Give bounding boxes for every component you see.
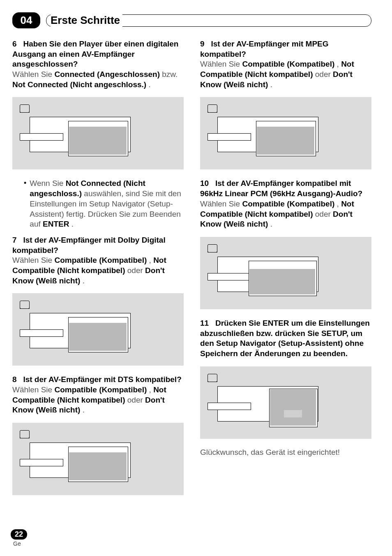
tab-box (208, 403, 251, 410)
step-question-text: Ist der AV-Empfänger mit Dolby Digital k… (12, 236, 166, 255)
step-question-text: Drücken Sie ENTER um die Einstellungen a… (200, 319, 370, 358)
step-8: 8 Ist der AV-Empfänger mit DTS kompatibe… (12, 375, 184, 415)
tv-icon (20, 104, 30, 113)
answer-bold: Compatible (Kompatibel) (242, 199, 334, 208)
tv-icon (20, 301, 30, 309)
popup-body (249, 269, 315, 294)
popup-body (69, 127, 127, 155)
answer-post: . (270, 80, 272, 89)
tv-icon (208, 244, 217, 253)
popup-body (69, 318, 127, 351)
step-11: 11 Drücken Sie ENTER um die Einstellunge… (200, 318, 371, 359)
step-question: 9 Ist der AV-Empfänger mit MPEG kompatib… (200, 39, 371, 59)
tab-box (208, 273, 251, 280)
step-question: 10 Ist der AV-Empfänger kompatibel mit 9… (200, 178, 371, 199)
answer-bold: Not Connected (Nicht angeschloss.) (12, 80, 146, 89)
page-footer: 22 Ge (11, 529, 27, 547)
ui-stack (20, 442, 176, 487)
step-answer: Wählen Sie Compatible (Kompatibel) , Not… (200, 199, 371, 229)
bullet-note: • Wenn Sie Not Connected (Nicht angeschl… (24, 178, 184, 229)
left-column: 6 Haben Sie den Player über einen digita… (12, 39, 184, 504)
step-number: 10 (200, 179, 209, 188)
step-number: 9 (200, 39, 205, 48)
bullet-text: Wenn Sie Not Connected (Nicht angeschlos… (30, 178, 184, 229)
answer-post: . (148, 80, 150, 89)
page-number: 22 (11, 529, 27, 540)
step-7: 7 Ist der AV-Empfänger mit Dolby Digital… (12, 235, 184, 286)
answer-pre: Wählen Sie (12, 256, 54, 264)
bullet-pre: Wenn Sie (30, 179, 65, 188)
tab-box (20, 459, 63, 466)
popup-selected (257, 122, 314, 127)
answer-mid: oder (315, 210, 333, 218)
chapter-title-bar: Erste Schritte (46, 14, 371, 27)
tv-icon (208, 374, 217, 382)
step-number: 11 (200, 319, 209, 327)
answer-bold: Connected (Angeschlossen) (54, 70, 160, 79)
step-question-text: Ist der AV-Empfänger mit MPEG kompatibel… (200, 39, 329, 58)
bullet-bold: ENTER (43, 220, 69, 228)
popup-selected (249, 264, 315, 269)
step-answer: Wählen Sie Compatible (Kompatibel) , Not… (12, 255, 184, 286)
tv-icon (20, 430, 30, 438)
screenshot-8 (12, 423, 184, 495)
ui-stack (20, 117, 176, 161)
step-number: 8 (12, 375, 17, 384)
chapter-title: Erste Schritte (51, 14, 122, 27)
answer-post: . (83, 276, 85, 285)
answer-mid: oder (315, 70, 333, 79)
ui-stack (208, 386, 364, 431)
answer-post: . (270, 220, 272, 228)
ui-stack (208, 117, 364, 161)
step-answer: Wählen Sie Compatible (Kompatibel) , Not… (12, 385, 184, 415)
answer-bold: Compatible (Kompatibel) (242, 60, 334, 68)
step-question-text: Ist der AV-Empfänger kompatibel mit 96kH… (200, 179, 362, 198)
step-answer: Wählen Sie Connected (Angeschlossen) bzw… (12, 70, 184, 90)
congrats-text: Glückwunsch, das Gerät ist eingerichtet! (200, 448, 371, 457)
step-question: 7 Ist der AV-Empfänger mit Dolby Digital… (12, 235, 184, 255)
page: 04 Erste Schritte 6 Haben Sie den Player… (0, 0, 392, 556)
step-number: 6 (12, 39, 17, 48)
answer-pre: Wählen Sie (12, 385, 54, 394)
popup-selected (69, 447, 127, 452)
step-question: 11 Drücken Sie ENTER um die Einstellunge… (200, 318, 371, 359)
answer-mid: bzw. (162, 70, 178, 79)
content-columns: 6 Haben Sie den Player über einen digita… (12, 39, 371, 504)
popup-body (270, 389, 316, 426)
popup-body (257, 122, 314, 155)
popup-button (284, 410, 302, 417)
tab-box (20, 133, 63, 141)
step-10: 10 Ist der AV-Empfänger kompatibel mit 9… (200, 178, 371, 229)
answer-pre: Wählen Sie (200, 199, 242, 208)
step-9: 9 Ist der AV-Empfänger mit MPEG kompatib… (200, 39, 371, 90)
answer-pre: Wählen Sie (200, 60, 242, 68)
answer-mid: , (337, 60, 341, 68)
screenshot-6 (12, 97, 184, 169)
answer-bold: Compatible (Kompatibel) (54, 385, 147, 394)
language-code: Ge (13, 540, 27, 547)
answer-mid: , (337, 199, 341, 208)
chapter-badge: 04 (12, 12, 40, 28)
popup-body (69, 447, 127, 480)
popup-selected (69, 122, 127, 127)
answer-mid: oder (127, 396, 145, 404)
screenshot-7 (12, 293, 184, 366)
ui-stack (208, 257, 364, 301)
step-answer: Wählen Sie Compatible (Kompatibel) , Not… (200, 59, 371, 90)
answer-post: . (83, 405, 85, 414)
step-question-text: Haben Sie den Player über einen digitale… (12, 39, 178, 68)
step-question-text: Ist der AV-Empfänger mit DTS kompatibel? (23, 375, 181, 384)
step-number: 7 (12, 236, 17, 244)
step-6: 6 Haben Sie den Player über einen digita… (12, 39, 184, 90)
answer-mid: , (149, 256, 154, 264)
answer-mid: , (149, 385, 154, 394)
step-question: 8 Ist der AV-Empfänger mit DTS kompatibe… (12, 375, 184, 385)
answer-mid: oder (127, 266, 145, 275)
answer-pre: Wählen Sie (12, 70, 54, 79)
right-column: 9 Ist der AV-Empfänger mit MPEG kompatib… (200, 39, 371, 504)
bullet-post: . (71, 220, 74, 228)
tab-box (208, 133, 251, 141)
tv-icon (208, 104, 217, 113)
screenshot-10 (200, 237, 371, 309)
bullet-dot-icon: • (24, 178, 26, 229)
